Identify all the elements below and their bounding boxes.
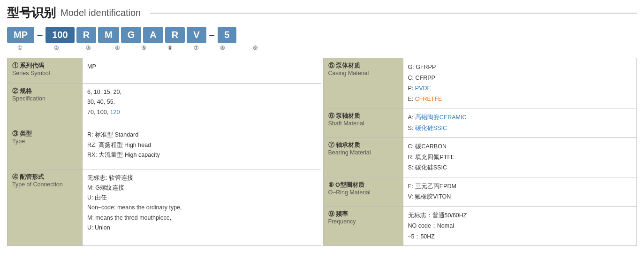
model-code-row: MP–100RMGARV–5: [7, 27, 637, 43]
table-row: ⑤ 泵体材质Casing MaterialG: GFRPPC: CFRPPP: …: [323, 58, 637, 108]
header-en: Specification: [12, 95, 77, 102]
header-en: Bearing Material: [328, 149, 398, 156]
title-english: Model identification: [61, 8, 141, 18]
row-header: ⑨ 频率Frequency: [323, 206, 403, 246]
sequence-number: ⑧: [213, 45, 231, 51]
right-table: ⑤ 泵体材质Casing MaterialG: GFRPPC: CFRPPP: …: [323, 58, 637, 246]
table-row: ① 系列代码Series SymbolMP: [8, 58, 321, 84]
model-segment: A: [143, 27, 163, 43]
table-row: ⑦ 轴承材质Bearing MaterialC: 碳CARBONR: 填充四氟P…: [323, 138, 637, 177]
row-header: ⑧ O型圈材质O–Ring Material: [323, 177, 403, 206]
header-cn: ⑥ 泵轴材质: [328, 112, 398, 120]
sequence-number: ⑦: [187, 45, 205, 51]
model-segment: R: [76, 27, 96, 43]
header-en: Type of Connection: [12, 181, 77, 188]
row-content: C: 碳CARBONR: 填充四氟PTFES: 碳化硅SSIC: [403, 138, 637, 177]
sequence-number: ③: [79, 45, 97, 51]
header-cn: ② 规格: [12, 87, 77, 95]
header-cn: ⑦ 轴承材质: [328, 141, 398, 149]
model-dash: –: [208, 29, 216, 41]
row-header: ⑦ 轴承材质Bearing Material: [323, 138, 403, 177]
row-header: ① 系列代码Series Symbol: [8, 58, 83, 84]
row-header: ⑤ 泵体材质Casing Material: [323, 58, 403, 108]
sequence-number: ①: [11, 45, 29, 51]
model-segment: MP: [7, 27, 34, 43]
table-row: ② 规格Specification6, 10, 15, 20,30, 40, 5…: [8, 84, 321, 126]
table-row: ④ 配管形式Type of Connection无标志: 软管连接M: G螺纹连…: [8, 169, 321, 245]
row-header: ② 规格Specification: [8, 84, 83, 126]
header-cn: ⑨ 频率: [328, 210, 398, 218]
row-content: 无标志: 软管连接M: G螺纹连接U: 由任Non–code: means th…: [83, 169, 321, 245]
row-content: MP: [83, 58, 321, 84]
sequence-number: ⑥: [161, 45, 179, 51]
model-segment: M: [98, 27, 119, 43]
title-divider: [150, 13, 637, 14]
header-en: Type: [12, 138, 77, 145]
sequence-number: ⑨: [246, 45, 264, 51]
sequence-number: ④: [108, 45, 126, 51]
model-segment: R: [165, 27, 185, 43]
row-content: A: 高铝陶瓷CERAMICS: 碳化硅SSIC: [403, 108, 637, 138]
page-title-row: 型号识别 Model identification: [7, 5, 637, 21]
header-cn: ⑤ 泵体材质: [328, 62, 398, 70]
main-content-area: ① 系列代码Series SymbolMP② 规格Specification6,…: [7, 58, 637, 246]
sequence-number: ②: [47, 45, 65, 51]
model-segment: 5: [218, 27, 236, 43]
title-chinese: 型号识别: [7, 5, 56, 21]
sequence-number: ⑤: [135, 45, 152, 51]
row-header: ③ 类型Type: [8, 126, 83, 169]
model-segment: V: [187, 27, 206, 43]
table-row: ③ 类型TypeR: 标准型 StandardRZ: 高扬程型 High hea…: [8, 126, 321, 169]
row-content: E: 三元乙丙EPDMV: 氟橡胶VITON: [403, 177, 637, 206]
row-header: ⑥ 泵轴材质Shaft Material: [323, 108, 403, 138]
header-en: Shaft Material: [328, 120, 398, 127]
table-row: ⑨ 频率Frequency无标志：普通50/60HZNO code：Nomal–…: [323, 206, 637, 246]
header-cn: ⑧ O型圈材质: [328, 181, 398, 189]
header-cn: ① 系列代码: [12, 62, 77, 70]
row-content: 无标志：普通50/60HZNO code：Nomal–5：50HZ: [403, 206, 637, 246]
header-en: O–Ring Material: [328, 189, 398, 196]
number-labels-row: ①②③④⑤⑥⑦⑧⑨: [7, 45, 637, 51]
left-table: ① 系列代码Series SymbolMP② 规格Specification6,…: [7, 58, 321, 246]
row-content: 6, 10, 15, 20,30, 40, 55,70, 100, 120: [83, 84, 321, 126]
table-row: ⑥ 泵轴材质Shaft MaterialA: 高铝陶瓷CERAMICS: 碳化硅…: [323, 108, 637, 138]
row-header: ④ 配管形式Type of Connection: [8, 169, 83, 245]
header-en: Casing Material: [328, 70, 398, 77]
table-row: ⑧ O型圈材质O–Ring MaterialE: 三元乙丙EPDMV: 氟橡胶V…: [323, 177, 637, 206]
header-cn: ④ 配管形式: [12, 173, 77, 181]
row-content: G: GFRPPC: CFRPPP: PVDFE: CFRETFE: [403, 58, 637, 108]
header-cn: ③ 类型: [12, 130, 77, 138]
model-dash: –: [36, 29, 44, 41]
row-content: R: 标准型 StandardRZ: 高扬程型 High headRX: 大流量…: [83, 126, 321, 169]
header-en: Frequency: [328, 218, 398, 225]
model-segment: G: [121, 27, 142, 43]
model-segment: 100: [45, 27, 74, 43]
header-en: Series Symbol: [12, 70, 77, 77]
